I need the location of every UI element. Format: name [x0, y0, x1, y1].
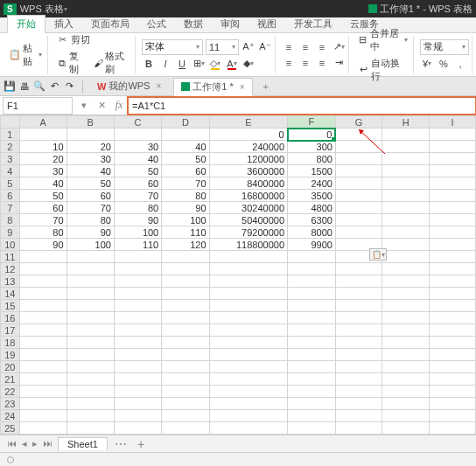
dropdown-icon[interactable]: ▾ — [38, 51, 42, 59]
cell-A11[interactable] — [19, 251, 66, 263]
cell-A23[interactable] — [19, 398, 66, 410]
cell-E4[interactable]: 3600000 — [209, 165, 287, 177]
paste-button[interactable]: 📋粘贴▾ — [6, 41, 45, 69]
cell-F10[interactable]: 9900 — [288, 239, 336, 251]
align-top-button[interactable]: ≡ — [282, 40, 296, 54]
cell-C22[interactable] — [114, 386, 161, 398]
sheet-tab-sheet1[interactable]: Sheet1 — [58, 437, 108, 450]
row-header-6[interactable]: 6 — [1, 190, 20, 202]
cell-A19[interactable] — [19, 349, 66, 361]
ribbon-tab-5[interactable]: 审阅 — [212, 16, 248, 32]
cell-H12[interactable] — [382, 263, 429, 275]
cell-G21[interactable] — [335, 373, 382, 386]
cell-D9[interactable]: 110 — [162, 226, 209, 239]
cell-G3[interactable] — [335, 153, 382, 165]
row-header-22[interactable]: 22 — [1, 386, 20, 398]
prev-sheet-button[interactable]: ◂ — [20, 438, 29, 449]
row-header-24[interactable]: 24 — [1, 410, 20, 422]
underline-button[interactable]: U — [175, 57, 189, 71]
cell-G15[interactable] — [335, 300, 382, 312]
cell-A7[interactable]: 60 — [19, 202, 66, 214]
cell-E6[interactable]: 16800000 — [209, 190, 287, 202]
cell-E13[interactable] — [209, 275, 287, 288]
cell-C11[interactable] — [114, 251, 161, 263]
cell-C17[interactable] — [114, 324, 161, 337]
close-icon[interactable]: × — [156, 81, 161, 91]
cell-E24[interactable] — [209, 410, 287, 422]
cell-C5[interactable]: 60 — [114, 177, 161, 190]
cell-H26[interactable] — [382, 435, 429, 435]
cell-D7[interactable]: 90 — [162, 202, 209, 214]
cell-B6[interactable]: 60 — [66, 190, 114, 202]
cell-F5[interactable]: 2400 — [288, 177, 336, 190]
cell-D10[interactable]: 120 — [162, 239, 209, 251]
cell-B8[interactable]: 80 — [66, 214, 114, 226]
font-color-button[interactable]: A▾ — [225, 57, 239, 71]
cell-H9[interactable] — [382, 226, 429, 239]
cell-I17[interactable] — [429, 324, 475, 337]
cell-I24[interactable] — [429, 410, 475, 422]
number-format-select[interactable]: 常规▾ — [420, 39, 469, 55]
row-header-7[interactable]: 7 — [1, 202, 20, 214]
cell-B16[interactable] — [66, 312, 114, 324]
cell-C3[interactable]: 40 — [114, 153, 161, 165]
cell-I5[interactable] — [429, 177, 475, 190]
cell-A17[interactable] — [19, 324, 66, 337]
cell-E26[interactable] — [209, 435, 287, 435]
select-all-corner[interactable] — [1, 116, 20, 129]
cell-F16[interactable] — [288, 312, 336, 324]
cell-F3[interactable]: 800 — [288, 153, 336, 165]
cell-C18[interactable] — [114, 337, 161, 349]
tab-workbook[interactable]: 工作簿1 *× — [173, 78, 252, 96]
cell-A24[interactable] — [19, 410, 66, 422]
cell-E16[interactable] — [209, 312, 287, 324]
cell-H13[interactable] — [382, 275, 429, 288]
cell-B25[interactable] — [66, 422, 114, 435]
cell-B3[interactable]: 30 — [66, 153, 114, 165]
redo-icon[interactable]: ↷ — [63, 80, 75, 93]
col-header-C[interactable]: C — [114, 116, 161, 129]
cell-H7[interactable] — [382, 202, 429, 214]
cell-B26[interactable] — [66, 435, 114, 435]
cell-F2[interactable]: 300 — [288, 141, 336, 153]
cell-I22[interactable] — [429, 386, 475, 398]
row-header-25[interactable]: 25 — [1, 422, 20, 435]
cell-F22[interactable] — [288, 386, 336, 398]
cell-D19[interactable] — [162, 349, 209, 361]
next-sheet-button[interactable]: ▸ — [31, 438, 39, 449]
cell-A25[interactable] — [19, 422, 66, 435]
row-header-1[interactable]: 1 — [1, 129, 20, 141]
row-header-5[interactable]: 5 — [1, 177, 20, 190]
border-button[interactable]: ⊞▾ — [192, 57, 206, 71]
cell-B22[interactable] — [66, 386, 114, 398]
cell-F12[interactable] — [288, 263, 336, 275]
cell-D4[interactable]: 60 — [162, 165, 209, 177]
cell-E19[interactable] — [209, 349, 287, 361]
cell-E1[interactable]: 0 — [209, 129, 287, 141]
print-icon[interactable]: 🖶 — [18, 80, 31, 93]
row-header-21[interactable]: 21 — [1, 373, 20, 386]
cell-D20[interactable] — [162, 361, 209, 373]
row-header-20[interactable]: 20 — [1, 361, 20, 373]
row-header-12[interactable]: 12 — [1, 263, 20, 275]
col-header-E[interactable]: E — [209, 116, 287, 129]
indent-button[interactable]: ⇥ — [332, 56, 346, 70]
cell-H10[interactable] — [382, 239, 429, 251]
cell-G24[interactable] — [335, 410, 382, 422]
undo-icon[interactable]: ↶ — [48, 80, 60, 93]
cell-B1[interactable] — [66, 129, 114, 141]
cell-H22[interactable] — [382, 386, 429, 398]
cell-A13[interactable] — [19, 275, 66, 288]
cell-A6[interactable]: 50 — [19, 190, 66, 202]
cell-I15[interactable] — [429, 300, 475, 312]
cell-A10[interactable]: 90 — [19, 239, 66, 251]
cell-E20[interactable] — [209, 361, 287, 373]
fill-color-button[interactable]: ◇▾ — [208, 57, 222, 71]
cell-I10[interactable] — [429, 239, 475, 251]
cell-D24[interactable] — [162, 410, 209, 422]
cell-E8[interactable]: 50400000 — [209, 214, 287, 226]
cell-H14[interactable] — [382, 288, 429, 300]
cell-C2[interactable]: 30 — [114, 141, 161, 153]
cell-G22[interactable] — [335, 386, 382, 398]
cell-B17[interactable] — [66, 324, 114, 337]
